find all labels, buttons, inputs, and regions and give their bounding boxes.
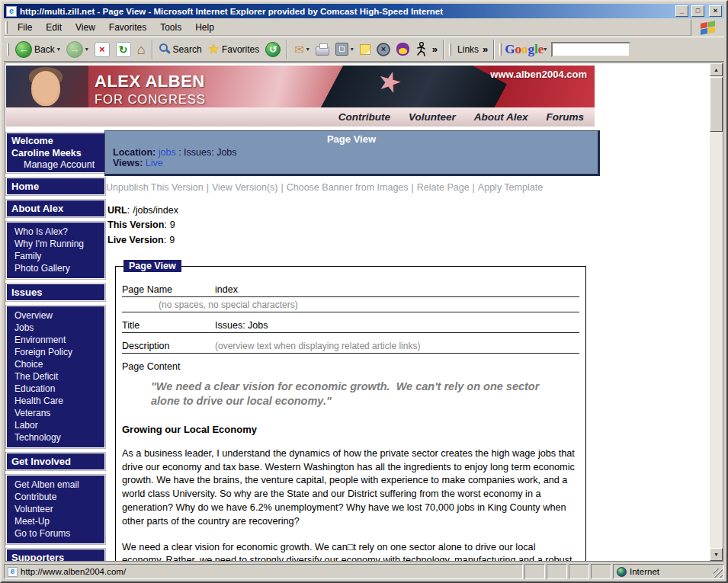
menu-tools[interactable]: Tools: [153, 21, 188, 34]
sidebar-link-photo-gallery[interactable]: Photo Gallery: [14, 262, 101, 274]
menu-file[interactable]: File: [11, 21, 39, 34]
banner-nav-about-alex[interactable]: About Alex: [474, 111, 528, 123]
sidebar-link-health-care[interactable]: Health Care: [14, 395, 101, 407]
back-button[interactable]: ← Back ▾: [12, 40, 63, 59]
sidebar-link-family[interactable]: Family: [14, 250, 101, 262]
search-button[interactable]: Search: [156, 42, 205, 56]
blocker-button[interactable]: ×: [374, 41, 393, 58]
menu-edit[interactable]: Edit: [39, 21, 69, 34]
page-view-header: Page View Location: jobs : Issues: Jobs …: [104, 130, 600, 176]
location-line: Location: jobs : Issues: Jobs: [113, 147, 590, 158]
menu-view[interactable]: View: [69, 21, 102, 34]
sidebar-link-contribute[interactable]: Contribute: [14, 491, 101, 503]
minimize-button[interactable]: _: [675, 5, 688, 17]
sidebar-link-choice[interactable]: Choice: [14, 358, 101, 370]
sidebar-section-get-involved[interactable]: Get Involved: [6, 453, 105, 470]
colon: :: [164, 219, 166, 230]
home-button[interactable]: ⌂: [134, 41, 149, 58]
unpublish-version-link[interactable]: Unpublish This Version: [106, 182, 204, 193]
messenger-button[interactable]: [393, 41, 412, 57]
sidebar-link-overview[interactable]: Overview: [14, 309, 101, 322]
title-bar[interactable]: e http://multi.zill.net - Page View - Mi…: [4, 4, 724, 18]
sidebar-link-veterans[interactable]: Veterans: [14, 407, 101, 419]
favorites-button[interactable]: ★ Favorites: [205, 41, 263, 57]
sidebar-link-why-im-running[interactable]: Why I'm Running: [14, 238, 101, 250]
welcome-label: Welcome: [11, 136, 100, 148]
sidebar-link-get-alben-email[interactable]: Get Alben email: [14, 479, 101, 491]
standard-toolbar: ← Back ▾ → ▾ × ↻ ⌂ Search ★ Favorites ↺: [4, 37, 724, 62]
views-live-link[interactable]: Live: [146, 158, 163, 168]
apply-template-link[interactable]: Apply Template: [478, 182, 543, 193]
back-caret-icon[interactable]: ▾: [57, 46, 60, 53]
banner-nav-contribute[interactable]: Contribute: [338, 111, 390, 123]
google-caret-icon[interactable]: ▾: [544, 46, 547, 53]
forward-button[interactable]: → ▾: [63, 40, 91, 59]
stop-button[interactable]: ×: [91, 40, 113, 59]
links-chevron-icon[interactable]: »: [480, 43, 490, 55]
mail-button[interactable]: ✉ ▾: [291, 42, 313, 56]
menu-favorites[interactable]: Favorites: [102, 21, 153, 34]
sidebar-link-meet-up[interactable]: Meet-Up: [14, 515, 101, 527]
history-button[interactable]: ↺: [262, 40, 284, 59]
action-separator: |: [470, 182, 478, 193]
sidebar-section-supporters[interactable]: Supporters: [6, 549, 105, 561]
google-grip[interactable]: [499, 43, 502, 56]
sidebar-link-technology[interactable]: Technology: [14, 431, 101, 444]
forward-caret-icon[interactable]: ▾: [85, 46, 88, 53]
close-button[interactable]: ×: [709, 5, 722, 17]
web-page: ★ ALEX ALBEN FOR CONGRESS www.alben2004.…: [5, 63, 710, 561]
browser-viewport: ★ ALEX ALBEN FOR CONGRESS www.alben2004.…: [5, 62, 723, 562]
sidebar-link-the-deficit[interactable]: The Deficit: [14, 370, 101, 383]
sidebar-section-about-alex[interactable]: About Alex: [6, 200, 105, 217]
sidebar-section-issues[interactable]: Issues: [6, 283, 105, 301]
views-line: Views: Live: [113, 158, 590, 168]
content-paragraph-1: As a business leader, I understand the d…: [122, 447, 579, 529]
refresh-button[interactable]: ↻: [113, 40, 134, 59]
notes-button[interactable]: [357, 43, 374, 56]
sidebar-link-who-is-alex[interactable]: Who Is Alex?: [14, 226, 101, 238]
google-logo[interactable]: Google: [505, 43, 544, 56]
sidebar-link-labor[interactable]: Labor: [14, 419, 101, 431]
view-versions-link[interactable]: View Version(s): [212, 182, 278, 193]
location-jobs-link[interactable]: jobs: [159, 147, 176, 158]
vertical-scrollbar[interactable]: ▲ ▼: [710, 63, 723, 561]
scroll-down-icon[interactable]: ▼: [710, 548, 723, 561]
scroll-up-icon[interactable]: ▲: [710, 63, 723, 76]
banner-nav-forums[interactable]: Forums: [546, 111, 584, 123]
fullscreen-button[interactable]: ▾: [332, 41, 357, 57]
sidebar-issues-links: Overview Jobs Environment Foreign Policy…: [6, 306, 105, 448]
campaign-banner: ★ ALEX ALBEN FOR CONGRESS www.alben2004.…: [6, 66, 595, 127]
sidebar-link-go-to-forums[interactable]: Go to Forums: [14, 527, 101, 540]
links-grip[interactable]: [449, 43, 451, 56]
resize-grip[interactable]: [714, 569, 723, 578]
maximize-button[interactable]: □: [691, 5, 704, 17]
print-button[interactable]: [313, 41, 332, 57]
sidebar-link-volunteer[interactable]: Volunteer: [14, 503, 101, 515]
internet-globe-icon: [617, 567, 627, 577]
menu-help[interactable]: Help: [188, 21, 221, 34]
fullscreen-caret-icon[interactable]: ▾: [351, 46, 354, 53]
sidebar-link-jobs[interactable]: Jobs: [14, 322, 101, 334]
toolbar-overflow-chevron-icon[interactable]: »: [430, 43, 440, 55]
location-label: Location:: [113, 147, 156, 158]
banner-nav-volunteer[interactable]: Volunteer: [409, 111, 456, 123]
sidebar-link-foreign-policy[interactable]: Foreign Policy: [14, 346, 101, 358]
menu-grip[interactable]: [5, 21, 8, 34]
aim-button[interactable]: [412, 40, 430, 58]
sidebar-link-manage-account[interactable]: Manage Account: [11, 159, 100, 170]
mail-caret-icon[interactable]: ▾: [306, 46, 309, 53]
sidebar-link-environment[interactable]: Environment: [14, 334, 101, 346]
forward-icon: →: [66, 41, 83, 58]
scrollbar-thumb[interactable]: [710, 77, 723, 132]
sidebar-link-education[interactable]: Education: [14, 383, 101, 395]
relate-page-link[interactable]: Relate Page: [417, 182, 470, 193]
views-label: Views:: [113, 158, 143, 168]
google-search-input[interactable]: [551, 42, 630, 57]
sidebar: Welcome Caroline Meeks Manage Account Ho…: [6, 133, 105, 561]
links-label[interactable]: Links: [454, 44, 480, 55]
stop-icon: ×: [95, 42, 110, 57]
toolbar-grip[interactable]: [7, 43, 9, 56]
page-meta: URL:/jobs/index This Version:9 Live Vers…: [107, 203, 600, 248]
sidebar-item-home[interactable]: Home: [6, 178, 105, 195]
choose-banner-link[interactable]: Choose Banner from Images: [287, 182, 409, 193]
